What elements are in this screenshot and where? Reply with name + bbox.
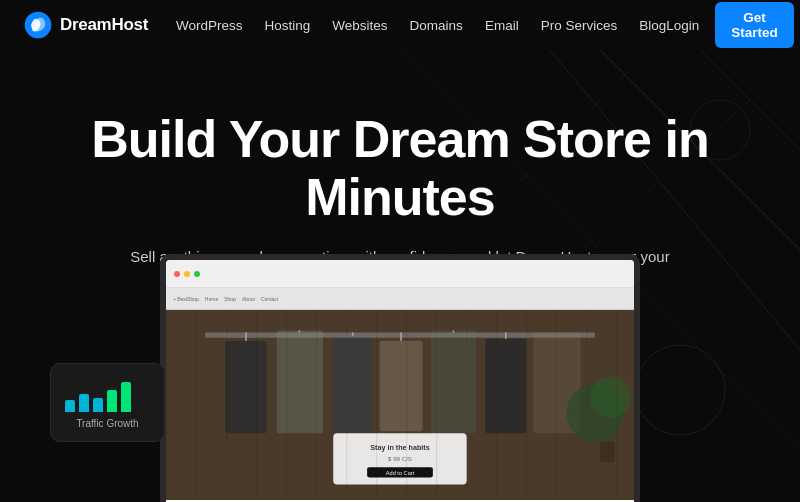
laptop-screen: ▪ BestShop Home Shop About Contact [160,254,640,502]
svg-rect-9 [166,310,634,500]
nav-link-domains[interactable]: Domains [410,18,463,33]
svg-text:Add to Cart: Add to Cart [386,470,415,476]
svg-rect-13 [333,336,372,434]
screen-dot-green [194,271,200,277]
nav-links: WordPressHostingWebsitesDomainsEmailPro … [176,18,666,33]
navbar: DreamHost WordPressHostingWebsitesDomain… [0,0,800,50]
dreamhost-logo-icon [24,11,52,39]
svg-rect-12 [277,331,323,434]
traffic-bars [65,376,150,412]
traffic-growth-card: Traffic Growth [50,363,165,442]
svg-rect-10 [166,310,634,500]
svg-text:Stay in the habits: Stay in the habits [370,444,429,452]
screen-dot-red [174,271,180,277]
logo[interactable]: DreamHost [24,11,148,39]
traffic-bar-1 [79,394,89,412]
hero-section: Build Your Dream Store in Minutes Sell a… [0,50,800,502]
traffic-bar-0 [65,400,75,412]
nav-link-hosting[interactable]: Hosting [265,18,311,33]
screen-dot-yellow [184,271,190,277]
screen-nav-item-link4: Contact [261,296,278,302]
laptop-mockup: ▪ BestShop Home Shop About Contact [140,254,660,502]
svg-rect-11 [225,341,266,433]
traffic-bar-4 [121,382,131,412]
login-button[interactable]: Login [666,18,699,33]
screen-nav-item-link1: Home [205,296,218,302]
svg-rect-18 [205,333,595,338]
traffic-label: Traffic Growth [65,418,150,429]
laptop-frame: ▪ BestShop Home Shop About Contact [160,254,640,502]
svg-rect-32 [367,467,433,477]
screen-nav-item-link3: About [242,296,255,302]
svg-rect-14 [379,341,422,431]
nav-link-wordpress[interactable]: WordPress [176,18,243,33]
logo-text: DreamHost [60,15,148,35]
screen-nav-bar: ▪ BestShop Home Shop About Contact [166,288,634,310]
svg-rect-15 [431,331,476,434]
store-image: Stay in the habits $ 99 C/S Add to Cart [166,310,634,500]
svg-rect-28 [600,441,614,462]
traffic-bar-3 [107,390,117,412]
get-started-button[interactable]: Get Started [715,2,794,48]
screen-nav-item-link2: Shop [224,296,236,302]
screen-nav-item-logo: ▪ BestShop [174,296,199,302]
svg-rect-17 [534,333,581,434]
svg-rect-16 [485,339,526,433]
svg-point-27 [590,377,631,418]
svg-text:$ 99 C/S: $ 99 C/S [388,455,412,462]
nav-right: Login Get Started [666,2,794,48]
hero-title: Build Your Dream Store in Minutes [60,110,740,226]
nav-link-websites[interactable]: Websites [332,18,387,33]
svg-rect-29 [333,433,467,484]
nav-link-email[interactable]: Email [485,18,519,33]
screen-nav [166,260,634,288]
svg-point-26 [566,384,624,442]
nav-link-pro-services[interactable]: Pro Services [541,18,618,33]
nav-link-blog[interactable]: Blog [639,18,666,33]
traffic-bar-2 [93,398,103,412]
